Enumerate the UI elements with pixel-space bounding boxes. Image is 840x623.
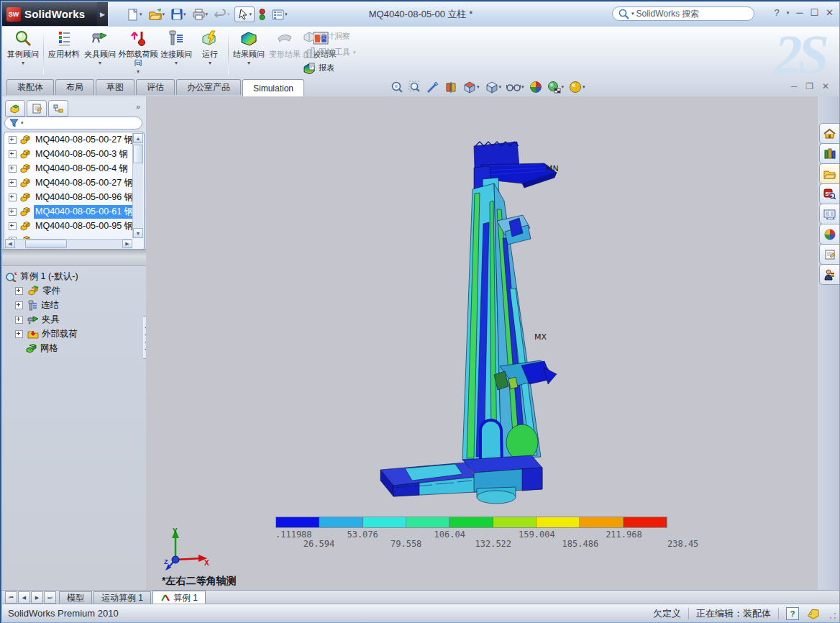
expand-icon[interactable] (9, 179, 17, 187)
external-loads-advisor-button[interactable]: 外部载荷顾问 (118, 28, 158, 77)
study-mesh[interactable]: 网格 (25, 341, 78, 355)
feature-manager-tab[interactable] (5, 100, 25, 117)
study-root[interactable]: 算例 1 (-默认-) (5, 269, 78, 283)
tag-icon[interactable] (806, 608, 821, 619)
view-seed-button[interactable] (426, 81, 439, 94)
expand-icon[interactable] (9, 194, 17, 201)
results-advisor-button[interactable]: 结果顾问 (231, 28, 267, 77)
appearances-scenes-button[interactable] (819, 224, 839, 245)
expand-icon[interactable] (15, 287, 23, 295)
feature-tree-item[interactable]: MQ4040-08-05-00-27 钢 (4, 176, 144, 190)
deformed-result-button[interactable]: 变形结果 (267, 28, 303, 77)
connections-advisor-button[interactable]: 连接顾问 (158, 28, 194, 77)
interference-light-button[interactable] (257, 7, 268, 22)
minimize-button[interactable]: ─ (796, 7, 803, 18)
section-view-button[interactable] (444, 81, 457, 94)
expand-icon[interactable] (9, 165, 17, 173)
expand-icon[interactable] (9, 150, 17, 158)
design-library-button[interactable] (819, 143, 839, 164)
apply-scene-button[interactable]: ▾ (547, 81, 565, 94)
scroll-thumb[interactable] (25, 240, 67, 248)
command-tab[interactable]: 办公室产品 (176, 79, 241, 95)
options-button[interactable]: ▾ (270, 8, 290, 22)
tree-vertical-scrollbar[interactable]: ▲ ▼ (132, 133, 143, 238)
solidworks-resources-button[interactable] (819, 123, 839, 144)
expand-icon[interactable] (9, 222, 17, 230)
open-button[interactable]: ▾ (147, 7, 168, 22)
save-button[interactable]: ▾ (169, 7, 188, 22)
model-tab[interactable]: 模型 (59, 591, 92, 604)
first-tab-icon[interactable]: ⏮ (5, 591, 17, 604)
plot-tools-button[interactable]: 图解工具 ▾ (303, 45, 356, 59)
view-settings-button[interactable]: ▾ (569, 81, 585, 94)
menu-expand-arrow[interactable]: ▶ (97, 2, 108, 26)
expand-icon[interactable] (15, 301, 23, 309)
maximize-button[interactable]: ☐ (810, 7, 818, 18)
resize-grip[interactable] (828, 611, 837, 620)
view-orientation-button[interactable]: ▾ (462, 81, 480, 94)
scroll-thumb[interactable] (133, 145, 143, 163)
study-connections[interactable]: 连结 (15, 298, 78, 312)
feature-tree-item[interactable]: MQ4040-08-05-00-95 钢 (4, 219, 144, 233)
report-button[interactable]: 报表 (303, 61, 356, 75)
view-palette-button[interactable] (819, 204, 839, 224)
configuration-manager-tab[interactable] (48, 100, 68, 117)
apply-material-button[interactable]: 应用材料 (46, 28, 82, 77)
expand-icon[interactable] (15, 316, 23, 324)
file-explorer-button[interactable] (819, 163, 839, 184)
feature-tree-item[interactable]: MQ4040-08-05-00-27 钢 (4, 132, 144, 147)
search-scope-dropdown[interactable]: ▾ (631, 11, 634, 17)
panel-overflow-chevron[interactable]: » (136, 102, 140, 111)
feature-tree-item[interactable]: MQ4040-08-05-00-96 钢 (4, 190, 144, 204)
simulation-study-tab[interactable]: 算例 1 (152, 591, 206, 604)
display-style-button[interactable]: ▾ (485, 81, 502, 94)
zoom-fit-button[interactable] (391, 81, 403, 94)
study-fixtures[interactable]: 夹具 (15, 312, 78, 327)
tree-filter-box[interactable]: ▾ (4, 117, 142, 129)
command-tab[interactable]: 布局 (55, 79, 94, 95)
tree-horizontal-scrollbar[interactable]: ◀ ▶ (5, 239, 132, 249)
zoom-area-button[interactable] (408, 81, 421, 94)
simulation-advisor-button[interactable] (819, 264, 839, 285)
property-manager-tab[interactable] (27, 100, 47, 117)
fixtures-advisor-button[interactable]: 夹具顾问 (82, 28, 118, 77)
feature-tree-item[interactable]: MQ4040-08-05-00-4 钢 (4, 161, 144, 176)
scroll-down-icon[interactable]: ▼ (133, 228, 143, 238)
panel-splitter-band[interactable] (2, 249, 146, 266)
new-document-button[interactable]: ▾ (124, 7, 145, 22)
help-dropdown[interactable]: ▾ (787, 10, 790, 16)
prev-tab-icon[interactable]: ◀ (18, 591, 30, 604)
fea-model[interactable] (375, 137, 563, 508)
undo-button[interactable]: ▾ (212, 8, 232, 22)
motion-study-tab[interactable]: 运动算例 1 (93, 591, 151, 604)
filter-dropdown[interactable]: ▾ (21, 120, 24, 126)
close-button[interactable]: ✕ (826, 7, 834, 18)
edit-appearance-button[interactable] (529, 81, 542, 94)
doc-minimize-button[interactable]: ─ (791, 81, 798, 91)
custom-properties-button[interactable] (819, 244, 839, 265)
help-button[interactable]: ? (774, 7, 779, 18)
scroll-right-icon[interactable]: ▶ (122, 240, 132, 248)
feature-tree-item[interactable]: MQ4040-08-05-00-3 钢 (4, 147, 144, 161)
graphics-viewport[interactable]: MN MX .11198826.59453.07679.558106.04132… (146, 96, 818, 591)
search-box[interactable]: ▾ SolidWorks 搜索 (612, 6, 754, 21)
last-tab-icon[interactable]: ⏭ (44, 591, 56, 604)
print-button[interactable]: ▾ (191, 7, 211, 22)
study-external-loads[interactable]: 外部载荷 (15, 327, 78, 341)
design-insight-button[interactable]: 设计洞察 (303, 29, 356, 43)
quick-tips-button[interactable]: ? (786, 607, 799, 620)
doc-restore-button[interactable]: ❐ (805, 81, 813, 91)
expand-icon[interactable] (15, 330, 23, 338)
expand-icon[interactable] (9, 136, 17, 144)
next-tab-icon[interactable]: ▶ (31, 591, 43, 604)
scroll-up-icon[interactable]: ▲ (133, 133, 143, 143)
command-tab[interactable]: 草图 (96, 79, 134, 95)
command-tab[interactable]: 评估 (136, 79, 175, 95)
solidworks-search-button[interactable]: SW (819, 183, 839, 204)
expand-icon[interactable] (9, 208, 17, 216)
select-tool-button[interactable]: ▾ (234, 6, 255, 22)
hide-show-items-button[interactable]: ▾ (506, 81, 524, 93)
doc-close-button[interactable]: ✕ (822, 81, 829, 91)
command-tab[interactable]: 装配体 (6, 79, 54, 95)
command-tab[interactable]: Simulation (242, 79, 304, 96)
